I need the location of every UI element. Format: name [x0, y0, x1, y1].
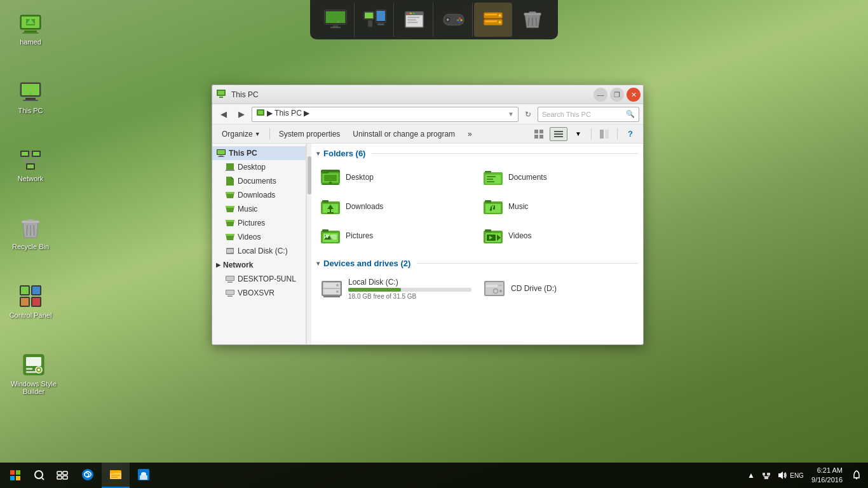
desktop-icon-windows-style-builder[interactable]: Windows Style Builder: [5, 348, 62, 399]
search-box[interactable]: Search This PC 🔍: [538, 107, 639, 122]
taskbar: ▲ ENG: [0, 463, 868, 488]
sidebar-item-desktop-svr[interactable]: DESKTOP-5UNL: [212, 272, 306, 286]
svg-point-65: [458, 17, 460, 19]
sidebar-scroll-thumb[interactable]: [308, 156, 311, 194]
volume-tray-icon[interactable]: [775, 468, 789, 482]
drives-section-header[interactable]: ▾ Devices and drives (2): [316, 259, 638, 268]
forward-button[interactable]: ▶: [234, 107, 249, 122]
svg-point-148: [336, 290, 339, 293]
sidebar-item-desktop[interactable]: Desktop: [212, 160, 306, 174]
folder-videos[interactable]: Videos: [479, 223, 638, 248]
svg-rect-171: [111, 475, 120, 476]
task-view-button[interactable]: [51, 464, 74, 487]
explorer-window: This PC — ❐ ✕ ◀ ▶ ▶ This PC ▶ ▼: [212, 85, 644, 345]
search-button[interactable]: [28, 464, 51, 487]
folder-desktop[interactable]: Desktop: [316, 165, 475, 190]
start-button[interactable]: [3, 463, 28, 488]
dock-programs[interactable]: [395, 3, 433, 37]
desktop-icon-network[interactable]: Network: [5, 143, 56, 186]
svg-rect-136: [330, 234, 337, 240]
maximize-button[interactable]: ❐: [610, 88, 624, 102]
folder-documents[interactable]: Documents: [479, 165, 638, 190]
drives-divider: [417, 263, 638, 264]
svg-rect-29: [32, 287, 40, 294]
view-medium-icons[interactable]: [530, 127, 548, 141]
dock-monitor[interactable]: [316, 3, 355, 37]
back-button[interactable]: ◀: [216, 107, 231, 122]
sidebar-item-music[interactable]: Music: [212, 202, 306, 216]
desktop: hamed This PC: [0, 0, 868, 488]
sidebar-section-network[interactable]: ▶ Network: [212, 258, 306, 272]
svg-rect-98: [226, 170, 234, 171]
address-bar[interactable]: ▶ This PC ▶ ▼: [252, 107, 519, 122]
svg-rect-176: [767, 473, 770, 475]
notifications-button[interactable]: [848, 463, 865, 488]
sidebar-item-documents[interactable]: Documents: [212, 174, 306, 188]
address-path: ▶ This PC ▶: [256, 109, 309, 119]
uninstall-button[interactable]: Uninstall or change a program: [347, 127, 461, 141]
search-icon[interactable]: 🔍: [626, 110, 635, 118]
sidebar-item-pictures[interactable]: Pictures: [212, 216, 306, 230]
svg-rect-90: [554, 133, 563, 135]
sidebar-item-local-disk[interactable]: Local Disk (C:): [212, 244, 306, 258]
sidebar-item-downloads[interactable]: Downloads: [212, 188, 306, 202]
svg-rect-114: [329, 182, 332, 184]
taskbar-clock[interactable]: 6:21 AM 9/16/2016: [806, 466, 848, 485]
taskbar-store[interactable]: [130, 463, 158, 488]
more-button[interactable]: »: [462, 127, 478, 141]
folder-pictures[interactable]: Pictures: [316, 223, 475, 248]
svg-rect-51: [368, 20, 372, 27]
folder-music[interactable]: Music: [479, 194, 638, 219]
drive-local-disk[interactable]: Local Disk (C:) 18.0 GB free of 31.5 GB: [316, 274, 475, 302]
sidebar-item-this-pc[interactable]: This PC: [212, 146, 306, 160]
taskbar-edge[interactable]: [74, 463, 102, 488]
keyboard-tray-icon[interactable]: ENG: [790, 468, 804, 482]
svg-rect-160: [16, 476, 20, 480]
svg-rect-85: [534, 130, 538, 133]
show-hidden-icons[interactable]: ▲: [744, 468, 758, 482]
view-dropdown[interactable]: ▼: [569, 127, 587, 141]
folder-downloads[interactable]: Downloads: [316, 194, 475, 219]
desktop-icon-recycle-bin[interactable]: Recycle Bin: [5, 211, 56, 254]
organize-button[interactable]: Organize ▼: [216, 127, 266, 141]
svg-rect-76: [529, 11, 536, 13]
top-dock: [310, 0, 558, 39]
svg-rect-60: [407, 22, 417, 23]
svg-rect-20: [27, 165, 34, 168]
svg-rect-73: [485, 14, 497, 16]
dock-storage[interactable]: [474, 3, 512, 37]
desktop-icon-control-panel[interactable]: Control Panel: [5, 280, 56, 323]
dock-trash[interactable]: [513, 3, 552, 37]
svg-rect-50: [377, 24, 384, 25]
folders-divider: [372, 153, 638, 154]
network-chevron-icon: ▶: [216, 262, 220, 268]
address-dropdown-icon[interactable]: ▼: [508, 111, 514, 118]
desktop-icon-hamed[interactable]: hamed: [5, 6, 56, 50]
close-button[interactable]: ✕: [627, 88, 641, 102]
svg-rect-104: [227, 281, 233, 283]
dock-devices[interactable]: [356, 3, 394, 37]
desktop-icon-this-pc[interactable]: This PC: [5, 75, 56, 118]
preview-pane-button[interactable]: [595, 127, 613, 141]
svg-rect-8: [25, 98, 36, 100]
svg-rect-110: [322, 171, 329, 173]
svg-rect-59: [407, 19, 416, 20]
taskbar-file-explorer[interactable]: [102, 463, 130, 488]
svg-rect-42: [325, 11, 345, 24]
minimize-button[interactable]: —: [593, 88, 607, 102]
view-details[interactable]: [550, 127, 567, 141]
folders-section-header[interactable]: ▾ Folders (6): [316, 149, 638, 158]
sidebar-item-vboxsvr[interactable]: VBOXSVR: [212, 286, 306, 300]
help-button[interactable]: ?: [621, 127, 639, 141]
drive-cd[interactable]: CD Drive (D:): [479, 274, 638, 302]
svg-rect-175: [763, 473, 765, 475]
svg-rect-3: [22, 32, 39, 34]
network-tray-icon[interactable]: [759, 468, 773, 482]
sidebar-scrollbar[interactable]: [306, 144, 311, 344]
system-properties-button[interactable]: System properties: [273, 127, 346, 141]
explorer-window-title: This PC: [231, 90, 259, 99]
sidebar-item-videos[interactable]: Videos: [212, 230, 306, 244]
dock-games[interactable]: [435, 3, 473, 37]
explorer-ribbon: Organize ▼ System properties Uninstall o…: [212, 125, 643, 144]
refresh-button[interactable]: ↻: [521, 107, 535, 121]
